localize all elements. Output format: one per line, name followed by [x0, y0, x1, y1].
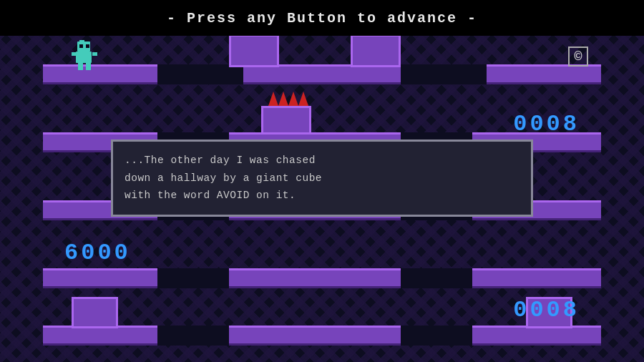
svg-rect-6 [72, 52, 77, 56]
platform-1 [43, 64, 601, 84]
svg-rect-9 [86, 63, 91, 70]
platform-1-gap-left [157, 64, 243, 84]
platform-5 [43, 326, 601, 346]
score-bottom-left: 6000 [64, 240, 131, 266]
block-top-1 [229, 34, 279, 67]
top-bar: - Press any Button to advance - [0, 0, 644, 36]
block-bottom-left [72, 297, 118, 328]
platform-4 [43, 268, 601, 288]
platform-5-gap-1 [157, 326, 229, 346]
platform-5-gap-2 [401, 326, 472, 346]
center-block-upper [261, 106, 311, 134]
score-top-right: 0008 [513, 111, 580, 137]
platform-4-gap-2 [401, 268, 472, 288]
platform-4-gap-1 [157, 268, 229, 288]
spikes-upper [268, 92, 308, 106]
score-bottom-right: 0008 [513, 297, 580, 323]
copyright-icon: © [568, 47, 588, 67]
game-screen: - Press any Button to advance - [0, 0, 644, 362]
dialog-box: ...The other day I was chased down a hal… [111, 140, 533, 217]
svg-rect-7 [92, 52, 97, 56]
svg-rect-1 [79, 44, 83, 48]
dialog-text: ...The other day I was chased down a hal… [125, 152, 519, 205]
svg-rect-5 [76, 52, 92, 63]
svg-rect-8 [78, 63, 83, 70]
svg-rect-2 [86, 44, 89, 48]
press-any-button-text: - Press any Button to advance - [167, 10, 477, 26]
platform-1-gap-right [401, 64, 487, 84]
player-character [72, 40, 99, 67]
svg-rect-4 [79, 40, 84, 41]
block-top-2 [351, 34, 401, 67]
